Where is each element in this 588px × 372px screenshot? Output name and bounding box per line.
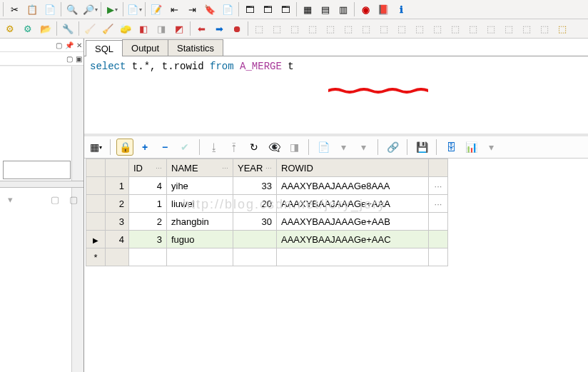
d10-icon: ⬚ xyxy=(411,20,428,37)
clear-icon[interactable]: ◨ xyxy=(285,139,303,156)
fetch-down-icon[interactable]: ⭳ xyxy=(206,139,223,156)
toolbar-row-1: ✂ 📋 📄 🔍 🔎▾ ▶▾ 📄▾ 📝 ⇤ ⇥ 🔖 📄 🗔 🗔 🗔 ▦ ▤ ▥ ◉… xyxy=(0,0,588,19)
tab-statistics[interactable]: Statistics xyxy=(168,39,223,56)
grid-menu-icon[interactable]: ▦▾ xyxy=(87,139,104,156)
eraser2-icon[interactable]: 🧹 xyxy=(99,20,116,37)
binoculars-icon[interactable]: 🔍 xyxy=(64,1,81,18)
current-row-icon: ▶ xyxy=(93,236,98,244)
copy-icon[interactable]: 📋 xyxy=(24,1,41,18)
rownum-header[interactable] xyxy=(106,159,129,177)
chart-icon[interactable]: 📊 xyxy=(462,139,480,156)
d3-icon: ⬚ xyxy=(286,20,303,37)
col-extra[interactable] xyxy=(429,159,448,177)
rowmarker-header[interactable] xyxy=(86,159,106,177)
info-icon[interactable]: ℹ xyxy=(392,1,410,18)
add-row-icon[interactable]: + xyxy=(136,139,153,156)
delete-row-icon[interactable]: − xyxy=(156,139,173,156)
fetch-up-icon[interactable]: ⭱ xyxy=(225,139,243,156)
sql-columns: t.*, t.rowid xyxy=(126,61,210,72)
dock-box2-icon[interactable]: ▢ xyxy=(66,55,73,63)
tile3-icon[interactable]: ▥ xyxy=(335,1,352,18)
commit-icon[interactable]: ✔ xyxy=(176,139,193,156)
explain-icon[interactable]: 📝 xyxy=(148,1,165,18)
gear2-icon[interactable]: ⚙ xyxy=(19,20,36,37)
kw-select: select xyxy=(90,61,126,72)
col-name[interactable]: NAME… xyxy=(167,159,233,177)
stop-icon[interactable]: ⏺ xyxy=(228,20,245,37)
d7-icon: ⬚ xyxy=(358,20,375,37)
save-grid-icon[interactable]: 💾 xyxy=(413,139,430,156)
oracle-icon[interactable]: ◉ xyxy=(357,1,374,18)
left-splitter[interactable] xyxy=(0,181,83,188)
eraser6-icon[interactable]: ◩ xyxy=(171,20,188,37)
left-tool2-icon[interactable]: ▢ xyxy=(46,191,64,208)
lock-icon[interactable]: 🔒 xyxy=(116,139,133,156)
d11-icon: ⬚ xyxy=(429,20,446,37)
sqlwin3-icon[interactable]: 🗔 xyxy=(277,1,294,18)
dd1-icon[interactable]: ▾ xyxy=(335,139,352,156)
wrench-icon[interactable]: 🔧 xyxy=(59,20,76,37)
open-icon[interactable]: 📂 xyxy=(37,20,54,37)
sqlwin1-icon[interactable]: 🗔 xyxy=(241,1,258,18)
dd3-icon[interactable]: ▾ xyxy=(482,139,500,156)
sql-editor[interactable]: select t.*, t.rowid from A_MERGE t xyxy=(84,56,588,136)
run-icon[interactable]: ▶▾ xyxy=(103,1,121,18)
prev-icon[interactable]: ⬅ xyxy=(193,20,210,37)
d12-icon: ⬚ xyxy=(447,20,464,37)
d8-icon: ⬚ xyxy=(375,20,392,37)
tile1-icon[interactable]: ▦ xyxy=(299,1,316,18)
dock-pin-icon[interactable]: 📌 xyxy=(65,41,74,49)
bookmark-icon[interactable]: 🔖 xyxy=(201,1,218,18)
new-row-marker: * xyxy=(86,248,106,266)
table-row[interactable]: 2 1 liuwei 20 AAAXYBAAJAAAGe+AAA ··· xyxy=(86,195,448,213)
table-row[interactable]: 3 2 zhangbin 30 AAAXYBAAJAAAGe+AAB xyxy=(86,213,448,231)
table-row[interactable]: 1 4 yihe 33 AAAXYBAAJAAAGe8AAA ··· xyxy=(86,177,448,195)
new-doc-icon[interactable]: 📄▾ xyxy=(126,1,143,18)
grid-toolbar: ▦▾ 🔒 + − ✔ ⭳ ⭱ ↻ 👁‍🗨 ◨ 📄 ▾ ▾ 🔗 💾 🗄 📊 ▾ xyxy=(84,136,588,159)
db-icon[interactable]: 🗄 xyxy=(442,139,460,156)
copy-grid-icon[interactable]: 📄 xyxy=(315,139,332,156)
col-rowid[interactable]: ROWID xyxy=(277,159,429,177)
blank-doc-icon[interactable]: 📄 xyxy=(219,1,236,18)
last-icon[interactable]: ⬚ xyxy=(554,20,571,37)
left-tool1-icon[interactable]: ▾ xyxy=(1,191,19,208)
outdent-icon[interactable]: ⇤ xyxy=(166,1,183,18)
paste-icon[interactable]: 📄 xyxy=(41,1,59,18)
d4-icon: ⬚ xyxy=(304,20,321,37)
dock-close-icon[interactable]: ✕ xyxy=(76,41,82,49)
eraser5-icon[interactable]: ◨ xyxy=(153,20,170,37)
header-row: ID… NAME… YEAR… ROWID xyxy=(86,159,448,177)
object-selector[interactable] xyxy=(3,161,71,179)
editor-tabs: SQL Output Statistics xyxy=(84,39,588,56)
eraser4-icon[interactable]: ◧ xyxy=(135,20,152,37)
kw-from: from xyxy=(210,61,234,72)
find-in-grid-icon[interactable]: 👁‍🗨 xyxy=(265,139,283,156)
eraser1-icon[interactable]: 🧹 xyxy=(81,20,98,37)
left-tool3-icon[interactable]: ▢ xyxy=(65,191,82,208)
table-row[interactable]: ▶ 4 3 fuguo AAAXYBAAJAAAGe+AAC xyxy=(86,231,448,248)
tile2-icon[interactable]: ▤ xyxy=(317,1,334,18)
eraser3-icon[interactable]: 🧽 xyxy=(117,20,134,37)
new-row[interactable]: * xyxy=(86,248,448,266)
result-grid[interactable]: ID… NAME… YEAR… ROWID 1 4 yihe 33 AAAXYB… xyxy=(86,159,448,266)
indent-icon[interactable]: ⇥ xyxy=(183,1,201,18)
dock-box-icon[interactable]: ▢ xyxy=(56,41,62,49)
tab-output[interactable]: Output xyxy=(122,39,168,56)
col-year[interactable]: YEAR… xyxy=(233,159,277,177)
d2-icon: ⬚ xyxy=(268,20,285,37)
link-icon[interactable]: 🔗 xyxy=(384,139,401,156)
left-scrollbar[interactable] xyxy=(71,66,83,372)
refresh-icon[interactable]: ↻ xyxy=(245,139,263,156)
tab-sql[interactable]: SQL xyxy=(86,40,123,56)
gear1-icon[interactable]: ⚙ xyxy=(1,20,19,37)
dock-header-2: ▢ ▣ xyxy=(0,52,83,66)
find-next-icon[interactable]: 🔎▾ xyxy=(81,1,98,18)
dd2-icon[interactable]: ▾ xyxy=(355,139,372,156)
col-id[interactable]: ID… xyxy=(129,159,167,177)
pdf-icon[interactable]: 📕 xyxy=(375,1,392,18)
cut-icon[interactable]: ✂ xyxy=(6,1,23,18)
d9-icon: ⬚ xyxy=(393,20,410,37)
sqlwin2-icon[interactable]: 🗔 xyxy=(259,1,276,18)
next-icon[interactable]: ➡ xyxy=(211,20,228,37)
dock-box3-icon[interactable]: ▣ xyxy=(76,55,82,63)
